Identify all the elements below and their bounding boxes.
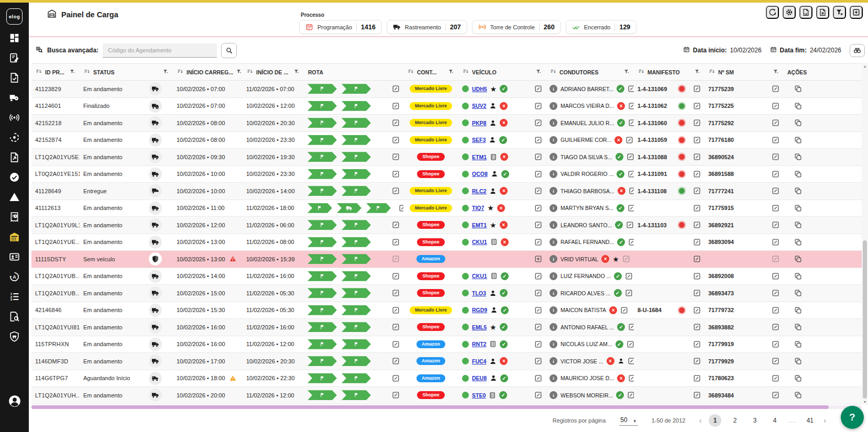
edit-icon[interactable] bbox=[534, 102, 542, 110]
sidebar-item-alerts[interactable] bbox=[0, 187, 29, 207]
edit-icon[interactable] bbox=[628, 170, 634, 178]
edit-icon[interactable] bbox=[627, 391, 634, 399]
edit-icon[interactable] bbox=[534, 187, 542, 195]
info-icon[interactable]: i bbox=[550, 357, 557, 365]
edit-icon[interactable] bbox=[629, 187, 634, 195]
info-icon[interactable]: i bbox=[550, 221, 557, 229]
copy-icon[interactable] bbox=[794, 272, 802, 280]
vehicle-link[interactable]: FUC4 bbox=[472, 358, 486, 364]
edit-icon[interactable] bbox=[693, 153, 701, 161]
vehicle-link[interactable]: PKP8 bbox=[472, 120, 486, 126]
edit-icon[interactable] bbox=[772, 119, 779, 127]
edit-icon[interactable] bbox=[693, 391, 701, 399]
filter-icon[interactable] bbox=[623, 69, 630, 76]
edit-icon[interactable] bbox=[693, 136, 701, 144]
copy-icon[interactable] bbox=[794, 238, 802, 246]
sync-button[interactable] bbox=[766, 6, 779, 19]
copy-icon[interactable] bbox=[794, 136, 802, 144]
edit-icon[interactable] bbox=[772, 306, 779, 314]
info-icon[interactable]: i bbox=[550, 119, 557, 127]
info-icon[interactable]: i bbox=[550, 153, 557, 161]
edit-icon[interactable] bbox=[628, 102, 634, 110]
sort-icon[interactable] bbox=[638, 68, 645, 76]
horizontal-scrollbar-thumb[interactable] bbox=[31, 405, 829, 409]
edit-icon[interactable] bbox=[534, 119, 542, 127]
per-page-select[interactable]: 50 ▼ bbox=[619, 415, 638, 426]
edit-icon[interactable] bbox=[392, 187, 400, 195]
edit-icon[interactable] bbox=[693, 119, 701, 127]
edit-icon[interactable] bbox=[693, 238, 701, 246]
edit-icon[interactable] bbox=[628, 119, 634, 127]
page-2-button[interactable]: 2 bbox=[729, 414, 741, 427]
vehicle-link[interactable]: TIQ7 bbox=[472, 205, 484, 211]
edit-icon[interactable] bbox=[772, 357, 779, 365]
vehicle-link[interactable]: RLC2 bbox=[472, 188, 486, 194]
edit-icon[interactable] bbox=[392, 306, 400, 314]
edit-icon[interactable] bbox=[693, 306, 701, 314]
copy-icon[interactable] bbox=[794, 391, 802, 399]
settings-button[interactable] bbox=[783, 6, 796, 19]
vertical-scrollbar[interactable]: ▲ ▼ bbox=[862, 63, 868, 405]
edit-icon[interactable] bbox=[693, 323, 701, 331]
sidebar-item-auto-process[interactable]: A bbox=[0, 267, 29, 286]
sort-icon[interactable] bbox=[550, 68, 557, 76]
vehicle-link[interactable]: QCO8 bbox=[472, 171, 488, 177]
date-start-filter[interactable]: Data início: 10/02/2026 bbox=[683, 46, 762, 54]
edit-icon[interactable] bbox=[628, 323, 634, 331]
info-icon[interactable]: i bbox=[550, 255, 557, 263]
edit-icon[interactable] bbox=[772, 221, 779, 229]
filter-icon[interactable] bbox=[162, 69, 169, 76]
sort-icon[interactable] bbox=[408, 68, 414, 76]
edit-icon[interactable] bbox=[534, 85, 542, 93]
info-icon[interactable]: i bbox=[550, 85, 557, 93]
edit-icon[interactable] bbox=[534, 391, 542, 399]
edit-icon[interactable] bbox=[772, 391, 779, 399]
edit-icon[interactable] bbox=[693, 340, 701, 348]
vehicle-link[interactable]: CKU1 bbox=[472, 273, 487, 279]
sort-icon[interactable] bbox=[463, 68, 469, 76]
edit-icon[interactable] bbox=[534, 340, 542, 348]
edit-icon[interactable] bbox=[534, 323, 542, 331]
edit-icon[interactable] bbox=[628, 204, 634, 212]
edit-icon[interactable] bbox=[534, 136, 542, 144]
info-icon[interactable]: i bbox=[550, 374, 557, 382]
edit-icon[interactable] bbox=[626, 221, 634, 229]
edit-icon[interactable] bbox=[392, 289, 400, 297]
edit-icon[interactable] bbox=[399, 204, 403, 212]
sidebar-item-numbered-list[interactable]: 123 bbox=[0, 286, 29, 306]
edit-icon[interactable] bbox=[392, 323, 400, 331]
edit-icon[interactable] bbox=[392, 102, 400, 110]
vehicle-link[interactable]: EML5 bbox=[472, 324, 487, 330]
edit-icon[interactable] bbox=[620, 306, 628, 314]
edit-icon[interactable] bbox=[772, 85, 779, 93]
search-input[interactable] bbox=[103, 43, 217, 58]
info-icon[interactable]: i bbox=[550, 306, 557, 314]
copy-icon[interactable] bbox=[794, 255, 802, 263]
copy-icon[interactable] bbox=[794, 374, 802, 382]
info-icon[interactable]: i bbox=[550, 187, 557, 195]
add-vehicle-icon[interactable] bbox=[534, 255, 542, 263]
info-icon[interactable]: i bbox=[550, 102, 557, 110]
filter-icon[interactable] bbox=[236, 69, 242, 76]
edit-icon[interactable] bbox=[392, 136, 400, 144]
copy-icon[interactable] bbox=[794, 170, 802, 178]
vehicle-link[interactable]: RNT2 bbox=[472, 341, 486, 347]
info-icon[interactable]: i bbox=[550, 204, 557, 212]
edit-icon[interactable] bbox=[693, 374, 701, 382]
edit-icon[interactable] bbox=[534, 204, 542, 212]
edit-icon[interactable] bbox=[772, 374, 779, 382]
edit-icon[interactable] bbox=[772, 272, 779, 280]
sort-icon[interactable] bbox=[36, 68, 42, 76]
edit-icon[interactable] bbox=[625, 289, 633, 297]
edit-icon[interactable] bbox=[693, 272, 701, 280]
copy-icon[interactable] bbox=[794, 187, 802, 195]
edit-icon[interactable] bbox=[534, 221, 542, 229]
page-41-button[interactable]: 41 bbox=[804, 414, 816, 427]
edit-icon[interactable] bbox=[627, 340, 634, 348]
edit-icon[interactable] bbox=[392, 221, 400, 229]
edit-icon[interactable] bbox=[534, 289, 542, 297]
copy-icon[interactable] bbox=[794, 204, 802, 212]
edit-icon[interactable] bbox=[628, 238, 634, 246]
vehicle-link[interactable]: RGD9 bbox=[472, 307, 487, 313]
sidebar-item-contacts[interactable] bbox=[0, 247, 29, 267]
